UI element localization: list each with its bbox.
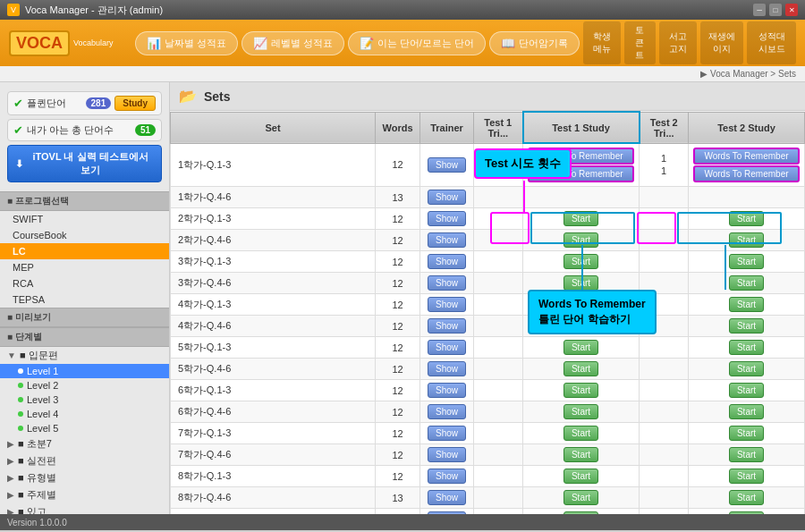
cell-test1-study[interactable]: Start [523, 359, 640, 380]
sidebar-tree-level3[interactable]: Level 3 [0, 393, 169, 407]
cell-test1-study[interactable]: Start [523, 294, 640, 316]
cell-test1-study[interactable]: Start [523, 509, 640, 515]
start-button[interactable]: Start [564, 254, 598, 269]
study-button[interactable]: Study [114, 96, 156, 111]
cell-test2-study[interactable]: Words To RememberWords To Remember [689, 143, 805, 187]
start-button[interactable]: Start [564, 511, 598, 514]
cell-trainer[interactable]: Show [420, 401, 474, 423]
cell-test1-study[interactable]: Start [523, 487, 640, 509]
words-to-remember-button[interactable]: Words To Remember [528, 148, 634, 165]
cell-test2-study[interactable]: Start [689, 444, 805, 466]
start-button-2[interactable]: Start [729, 447, 764, 462]
show-button[interactable]: Show [428, 361, 466, 376]
cell-test1-study[interactable]: Start [523, 208, 640, 230]
start-button-2[interactable]: Start [729, 383, 764, 398]
nav-btn-level-report[interactable]: 📈 레벨별 성적표 [242, 31, 344, 55]
show-button[interactable]: Show [428, 404, 466, 419]
start-button-2[interactable]: Start [729, 469, 764, 484]
cell-test1-study[interactable]: Start [523, 316, 640, 337]
cell-test2-study[interactable]: Start [689, 466, 805, 487]
itovl-button[interactable]: ⬇ iTOVL 내 실력 테스트에서 보기 [7, 145, 162, 182]
cell-trainer[interactable]: Show [420, 273, 474, 294]
cell-test1-study[interactable]: Start [523, 273, 640, 294]
start-button-2[interactable]: Start [729, 340, 764, 355]
settings-btn[interactable]: 서고고지 [659, 21, 697, 64]
cell-test2-study[interactable]: Start [689, 380, 805, 401]
nav-btn-word-status[interactable]: 📝 이는 단어/모르는 단어 [348, 31, 486, 55]
start-button[interactable]: Start [564, 340, 598, 355]
show-button[interactable]: Show [428, 232, 466, 248]
cell-trainer[interactable]: Show [420, 444, 474, 466]
cell-test1-study[interactable]: Start [523, 337, 640, 359]
sidebar-item-rca[interactable]: RCA [0, 275, 169, 291]
cell-test2-study[interactable]: Start [689, 401, 805, 423]
cell-test1-study[interactable]: Words To RememberWords To Remember [523, 143, 640, 187]
show-button[interactable]: Show [428, 511, 466, 514]
nav-btn-word-log[interactable]: 📖 단어암기록 [489, 31, 580, 55]
cell-test2-study[interactable]: Start [689, 316, 805, 337]
sidebar-item-swift[interactable]: SWIFT [0, 211, 169, 227]
cell-test2-study[interactable]: Start [689, 337, 805, 359]
cell-test2-study[interactable]: Start [689, 509, 805, 515]
show-button[interactable]: Show [428, 447, 466, 462]
cell-test1-study[interactable]: Start [523, 251, 640, 273]
sidebar-tree-intro[interactable]: ▼ ■ 입문편 [0, 347, 169, 364]
dashboard-btn[interactable]: 성적대시보드 [747, 21, 796, 64]
start-button[interactable]: Start [564, 426, 598, 441]
cell-test1-study[interactable]: Start [523, 466, 640, 487]
sidebar-item-tepsa[interactable]: TEPSA [0, 291, 169, 308]
start-button-2[interactable]: Start [729, 404, 764, 419]
show-button[interactable]: Show [428, 340, 466, 355]
cell-trainer[interactable]: Show [420, 359, 474, 380]
cell-trainer[interactable]: Show [420, 423, 474, 444]
cell-test1-study[interactable] [523, 187, 640, 208]
start-button-2[interactable]: Start [729, 426, 764, 441]
cell-trainer[interactable]: Show [420, 230, 474, 251]
sidebar-item-mep[interactable]: MEP [0, 259, 169, 275]
cell-test1-study[interactable]: Start [523, 444, 640, 466]
start-button-2[interactable]: Start [729, 297, 764, 312]
start-button[interactable]: Start [564, 318, 598, 334]
words-to-remember-button[interactable]: Words To Remember [528, 165, 634, 182]
words-to-remember-button-2[interactable]: Words To Remember [693, 148, 800, 165]
show-button[interactable]: Show [428, 490, 466, 505]
replay-btn[interactable]: 재생에이지 [700, 21, 743, 64]
show-button[interactable]: Show [428, 297, 466, 312]
start-button[interactable]: Start [564, 275, 598, 291]
cell-test1-study[interactable]: Start [523, 230, 640, 251]
start-button-2[interactable]: Start [729, 361, 764, 376]
cell-test2-study[interactable] [689, 187, 805, 208]
cell-trainer[interactable]: Show [420, 466, 474, 487]
cell-test2-study[interactable]: Start [689, 208, 805, 230]
start-button-2[interactable]: Start [729, 318, 764, 334]
sidebar-tree-level5[interactable]: Level 5 [0, 421, 169, 435]
cell-trainer[interactable]: Show [420, 251, 474, 273]
start-button-2[interactable]: Start [729, 490, 764, 505]
start-button[interactable]: Start [564, 469, 598, 484]
start-button[interactable]: Start [564, 490, 598, 505]
cell-test1-study[interactable]: Start [523, 380, 640, 401]
show-button[interactable]: Show [428, 318, 466, 334]
show-button[interactable]: Show [428, 190, 466, 205]
cell-trainer[interactable]: Show [420, 487, 474, 509]
cell-trainer[interactable]: Show [420, 208, 474, 230]
nav-btn-date-report[interactable]: 📊 날짜별 성적표 [135, 31, 238, 55]
start-button-2[interactable]: Start [729, 211, 764, 226]
start-button[interactable]: Start [564, 447, 598, 462]
start-button[interactable]: Start [564, 361, 598, 376]
start-button-2[interactable]: Start [729, 232, 764, 248]
minimize-button[interactable]: ─ [753, 4, 766, 16]
start-button[interactable]: Start [564, 211, 598, 226]
close-button[interactable]: ✕ [785, 4, 798, 16]
sidebar-item-coursebook[interactable]: CourseBook [0, 227, 169, 243]
show-button[interactable]: Show [428, 254, 466, 269]
show-button[interactable]: Show [428, 157, 466, 173]
start-button[interactable]: Start [564, 383, 598, 398]
cell-trainer[interactable]: Show [420, 187, 474, 208]
token-btn[interactable]: 토큰트 [624, 21, 656, 64]
sidebar-tree-misc[interactable]: ▶ ■ 있고 [0, 503, 169, 514]
show-button[interactable]: Show [428, 211, 466, 226]
cell-test2-study[interactable]: Start [689, 273, 805, 294]
show-button[interactable]: Show [428, 383, 466, 398]
start-button-2[interactable]: Start [729, 254, 764, 269]
